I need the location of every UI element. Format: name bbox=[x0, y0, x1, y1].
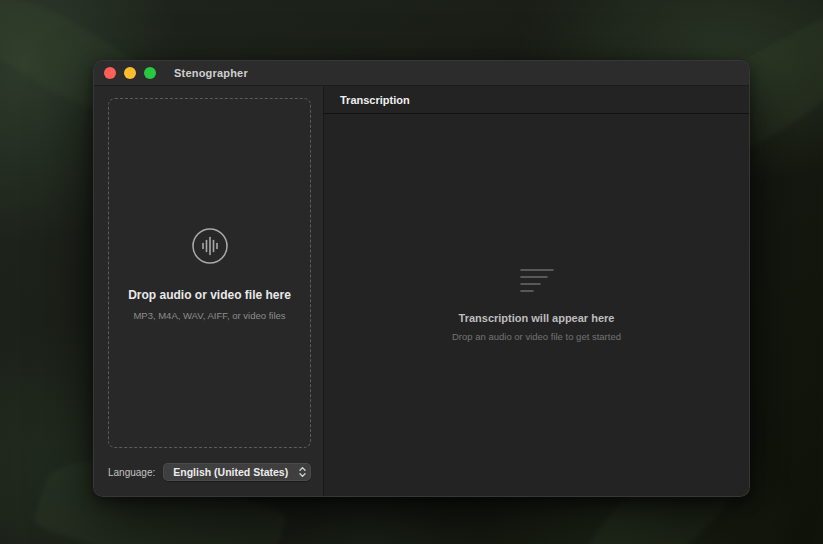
window-titlebar[interactable]: Stenographer bbox=[94, 61, 749, 86]
close-button[interactable] bbox=[104, 67, 116, 79]
transcription-panel: Transcription Transcription will appear … bbox=[324, 86, 749, 496]
empty-state-subtitle: Drop an audio or video file to get start… bbox=[452, 331, 621, 342]
language-row: Language: English (United States) bbox=[94, 458, 323, 496]
dropzone-subtitle: MP3, M4A, WAV, AIFF, or video files bbox=[133, 310, 285, 321]
language-selected-value: English (United States) bbox=[173, 466, 298, 478]
dropzone-title: Drop audio or video file here bbox=[128, 288, 291, 302]
zoom-button[interactable] bbox=[144, 67, 156, 79]
chevron-up-down-icon bbox=[298, 466, 307, 478]
waveform-circle-icon bbox=[190, 226, 230, 270]
transcription-header: Transcription bbox=[324, 86, 749, 114]
text-lines-icon bbox=[520, 268, 554, 298]
window-title: Stenographer bbox=[174, 67, 248, 79]
file-dropzone[interactable]: Drop audio or video file here MP3, M4A, … bbox=[108, 98, 311, 448]
language-select[interactable]: English (United States) bbox=[163, 463, 311, 481]
traffic-light-buttons bbox=[104, 67, 156, 79]
app-window: Stenographer Drop audio or video file he… bbox=[93, 60, 750, 497]
window-content: Drop audio or video file here MP3, M4A, … bbox=[94, 86, 749, 496]
minimize-button[interactable] bbox=[124, 67, 136, 79]
empty-state-title: Transcription will appear here bbox=[459, 312, 615, 324]
dropzone-panel: Drop audio or video file here MP3, M4A, … bbox=[94, 86, 324, 496]
language-label: Language: bbox=[108, 467, 155, 478]
transcription-empty-state: Transcription will appear here Drop an a… bbox=[324, 114, 749, 496]
